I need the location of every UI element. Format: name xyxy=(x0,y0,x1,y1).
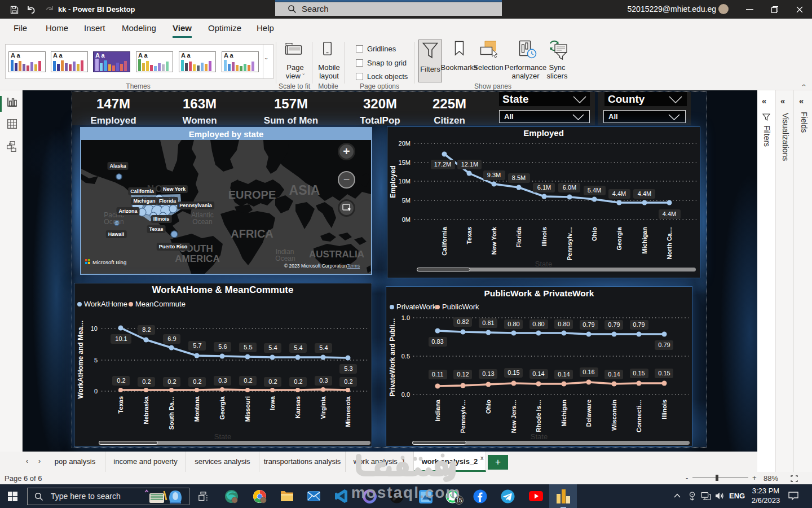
svg-text:California: California xyxy=(441,226,448,256)
svg-text:WorkAtHome & MeanCommute: WorkAtHome & MeanCommute xyxy=(152,284,294,295)
svg-text:4.4M: 4.4M xyxy=(663,211,676,217)
svg-text:0.79: 0.79 xyxy=(608,321,620,328)
svg-text:PublicWork: PublicWork xyxy=(442,303,479,311)
svg-text:9.3M: 9.3M xyxy=(487,172,501,178)
svg-text:0.3: 0.3 xyxy=(319,377,328,384)
svg-text:5.4M: 5.4M xyxy=(588,187,601,194)
svg-text:Illinois: Illinois xyxy=(541,227,548,247)
svg-text:0.15: 0.15 xyxy=(508,369,519,376)
svg-text:Georgia: Georgia xyxy=(219,396,226,419)
svg-text:5.4: 5.4 xyxy=(294,344,302,351)
svg-text:8.5M: 8.5M xyxy=(512,174,526,181)
svg-text:0.2: 0.2 xyxy=(167,378,176,385)
svg-text:State: State xyxy=(214,432,231,441)
svg-text:5.6: 5.6 xyxy=(218,343,227,350)
svg-text:0.83: 0.83 xyxy=(431,338,443,345)
svg-text:0.81: 0.81 xyxy=(482,319,494,326)
svg-text:State: State xyxy=(535,260,552,268)
svg-text:AMERICA: AMERICA xyxy=(175,253,219,264)
svg-text:0.79: 0.79 xyxy=(582,321,594,328)
svg-text:0.80: 0.80 xyxy=(508,321,519,327)
svg-text:Ocean: Ocean xyxy=(104,218,123,226)
svg-text:0.2: 0.2 xyxy=(268,378,277,385)
svg-text:Connecti…: Connecti… xyxy=(636,400,642,432)
svg-text:Ohio: Ohio xyxy=(591,227,598,241)
svg-text:South Da…: South Da… xyxy=(168,396,175,430)
svg-text:AFRICA: AFRICA xyxy=(231,227,273,240)
svg-text:Missouri: Missouri xyxy=(244,396,251,422)
svg-text:0.2: 0.2 xyxy=(117,377,125,384)
svg-text:12.1M: 12.1M xyxy=(461,161,479,168)
svg-text:0.80: 0.80 xyxy=(558,321,570,327)
svg-text:5M: 5M xyxy=(402,197,411,204)
svg-text:ASIA: ASIA xyxy=(289,183,320,198)
svg-text:4.4M: 4.4M xyxy=(612,190,626,197)
svg-text:0M: 0M xyxy=(402,216,411,223)
svg-text:0.82: 0.82 xyxy=(457,318,469,325)
svg-text:0.2: 0.2 xyxy=(244,377,252,384)
svg-text:0.3: 0.3 xyxy=(218,377,227,384)
svg-text:5: 5 xyxy=(94,357,98,364)
svg-text:0.79: 0.79 xyxy=(658,341,670,348)
svg-text:0.79: 0.79 xyxy=(633,321,645,328)
svg-text:PrivateWork: PrivateWork xyxy=(396,303,436,311)
svg-text:Wisconsin: Wisconsin xyxy=(611,400,617,431)
svg-text:1.0: 1.0 xyxy=(401,314,410,321)
svg-text:5.5: 5.5 xyxy=(244,344,252,351)
svg-text:5.7: 5.7 xyxy=(193,342,201,349)
svg-text:State: State xyxy=(531,432,548,441)
svg-text:Virginia: Virginia xyxy=(320,396,326,419)
svg-text:Ocean: Ocean xyxy=(192,218,212,226)
svg-text:North Ca…: North Ca… xyxy=(666,227,673,259)
svg-text:0.14: 0.14 xyxy=(608,371,620,378)
svg-text:Minnesota: Minnesota xyxy=(345,396,351,427)
svg-text:0.80: 0.80 xyxy=(532,321,544,327)
svg-text:Florida: Florida xyxy=(515,226,522,248)
svg-text:Pennsylv…: Pennsylv… xyxy=(460,400,466,433)
svg-text:PublicWork & PrivateWork: PublicWork & PrivateWork xyxy=(484,288,594,298)
svg-text:Rhode Is…: Rhode Is… xyxy=(535,400,542,432)
svg-text:0: 0 xyxy=(94,388,98,395)
svg-text:Michigan: Michigan xyxy=(641,227,648,254)
svg-text:0.2: 0.2 xyxy=(142,378,151,385)
svg-text:6.1M: 6.1M xyxy=(537,184,551,191)
svg-text:WorkAtHome: WorkAtHome xyxy=(84,300,127,308)
svg-text:20M: 20M xyxy=(399,140,411,147)
svg-text:PrivateWork and Publi…: PrivateWork and Publi… xyxy=(389,318,396,396)
svg-text:0.2: 0.2 xyxy=(294,378,302,385)
svg-text:Ohio: Ohio xyxy=(485,400,492,414)
svg-text:5.4: 5.4 xyxy=(319,344,328,351)
svg-text:8.2: 8.2 xyxy=(142,326,151,333)
svg-text:© 2023 Microsoft Corporation: © 2023 Microsoft Corporation xyxy=(284,263,347,269)
svg-text:6.9: 6.9 xyxy=(167,335,176,342)
svg-text:WorkAtHome and Mea…: WorkAtHome and Mea… xyxy=(77,320,85,398)
svg-text:10M: 10M xyxy=(399,178,411,185)
svg-text:Illinois: Illinois xyxy=(661,400,668,419)
svg-text:0.12: 0.12 xyxy=(457,371,469,378)
svg-text:Ocean: Ocean xyxy=(275,255,295,262)
svg-text:Indiana: Indiana xyxy=(434,399,441,421)
svg-text:MeanCommute: MeanCommute xyxy=(135,300,186,308)
svg-text:Texas: Texas xyxy=(466,227,473,244)
svg-text:Texas: Texas xyxy=(117,396,124,413)
svg-text:EUROPE: EUROPE xyxy=(228,189,276,201)
svg-text:Michigan: Michigan xyxy=(561,400,567,427)
svg-text:Terms: Terms xyxy=(347,263,360,269)
svg-text:Pennsylv…: Pennsylv… xyxy=(566,227,573,260)
svg-text:0.14: 0.14 xyxy=(532,370,544,377)
svg-text:Montana: Montana xyxy=(193,396,200,422)
svg-text:0.15: 0.15 xyxy=(633,370,645,376)
svg-text:0.13: 0.13 xyxy=(482,370,494,377)
svg-text:0.5: 0.5 xyxy=(401,353,410,360)
svg-text:0.2: 0.2 xyxy=(193,378,201,385)
svg-text:0.0: 0.0 xyxy=(401,391,410,398)
svg-text:New York: New York xyxy=(491,226,497,255)
svg-text:17.2M: 17.2M xyxy=(434,161,452,168)
svg-text:Employed: Employed xyxy=(389,165,397,198)
svg-text:AUSTRALIA: AUSTRALIA xyxy=(309,249,364,260)
svg-text:0.11: 0.11 xyxy=(432,371,444,378)
svg-text:6.0M: 6.0M xyxy=(563,184,576,191)
svg-text:Employed: Employed xyxy=(523,128,564,138)
svg-text:0.14: 0.14 xyxy=(558,371,570,378)
svg-text:5.3: 5.3 xyxy=(344,365,352,372)
